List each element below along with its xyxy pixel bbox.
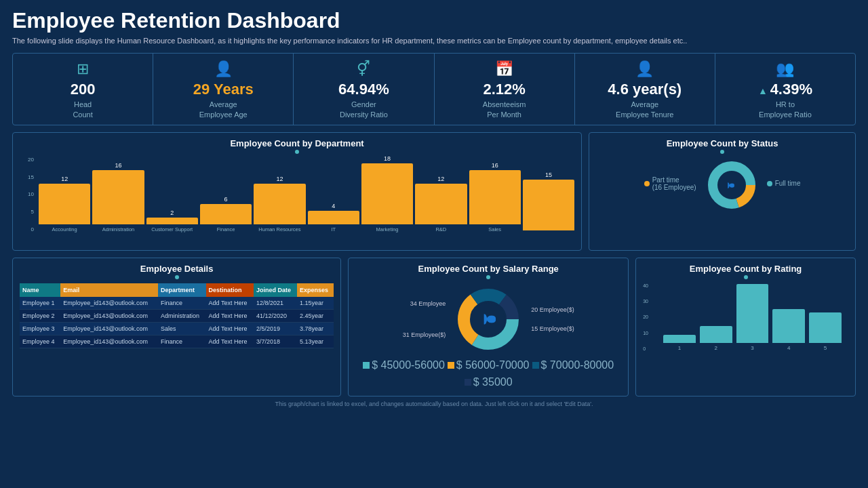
avg-age-label: AverageEmployee Age	[199, 100, 248, 119]
gender-value: 64.94%	[338, 81, 389, 98]
rating-col-4: 5	[809, 312, 842, 351]
employee-details-panel: Employee Details Name Email Department D…	[12, 258, 341, 396]
tenure-icon: 👤	[635, 60, 654, 78]
th-dept: Department	[158, 283, 206, 297]
tenure-label: AverageEmployee Tenure	[616, 100, 673, 119]
bar-col-0: 12Accounting	[39, 176, 90, 232]
leg-45k	[363, 362, 370, 369]
part-time-dot	[644, 181, 650, 186]
head-count-value: 200	[71, 81, 96, 98]
dept-y-axis: 20 15 10 5 0	[20, 157, 36, 232]
th-email: Email	[60, 283, 158, 297]
avg-age-icon: 👤	[214, 60, 233, 78]
salary-wrap: 34 Employee 31 Employee($) 👤 20 Employee…	[355, 282, 621, 357]
salary-donut-svg: 👤	[451, 282, 526, 357]
kpi-tenure: 👤 4.6 year(s) AverageEmployee Tenure	[575, 54, 715, 125]
gender-label: GenderDiversity Ratio	[340, 100, 388, 119]
bar-col-9: 15	[523, 171, 574, 232]
avg-age-value: 29 Years	[193, 81, 254, 98]
bar-col-2: 2Customer Support	[146, 209, 198, 232]
full-time-label: Full time	[775, 180, 801, 187]
part-time-label: Part time(16 Employee)	[652, 176, 696, 191]
th-date: Joined Date	[254, 283, 297, 297]
rating-chart-area: 40 30 20 10 0 12345	[643, 283, 848, 351]
rating-col-0: 1	[663, 335, 696, 351]
salary-right-labels: 20 Employee($) 15 Employee($)	[531, 306, 574, 332]
kpi-row: ⊞ 200 HeadCount 👤 29 Years AverageEmploy…	[12, 53, 856, 125]
details-dot	[175, 275, 179, 279]
details-title: Employee Details	[20, 264, 334, 274]
salary-dot	[486, 275, 490, 279]
rating-y-axis: 40 30 20 10 0	[643, 283, 648, 351]
status-chart-title: Employee Count by Status	[596, 138, 848, 148]
salary-title: Employee Count by Salary Range	[355, 264, 621, 274]
leg-70k	[532, 362, 539, 369]
leg-56k	[448, 362, 454, 369]
salary-label-34: 34 Employee	[403, 300, 446, 307]
table-row: Employee 4Employee_id143@outlook.comFina…	[20, 335, 334, 348]
absenteeism-icon: 📅	[495, 60, 513, 78]
table-row: Employee 1Employee_id143@outlook.comFina…	[20, 297, 334, 310]
middle-charts-row: Employee Count by Department 20 15 10 5 …	[12, 132, 856, 251]
salary-panel: Employee Count by Salary Range 34 Employ…	[348, 258, 629, 396]
table-row: Employee 3Employee_id143@outlook.comSale…	[20, 322, 334, 335]
dept-chart-dot	[295, 150, 299, 154]
kpi-absenteeism: 📅 2.12% AbsenteeismPer Month	[435, 54, 575, 125]
th-exp: Expenses	[297, 283, 334, 297]
footer-note: This graph/chart is linked to excel, and…	[12, 401, 856, 407]
status-legend-left: Part time(16 Employee)	[644, 176, 696, 194]
salary-label-31: 31 Employee($)	[403, 331, 446, 338]
th-name: Name	[20, 283, 60, 297]
salary-left-labels: 34 Employee 31 Employee($)	[403, 300, 446, 338]
svg-text:👤: 👤	[484, 312, 496, 326]
hr-ratio-label: HR toEmployee Ratio	[759, 100, 812, 119]
rating-col-2: 3	[736, 284, 769, 351]
subtitle-text: The following slide displays the Human R…	[12, 36, 856, 46]
rating-col-3: 4	[772, 309, 805, 351]
salary-label-15: 15 Employee($)	[531, 325, 574, 332]
employee-table: Name Email Department Destination Joined…	[20, 283, 334, 348]
head-count-label: HeadCount	[73, 100, 92, 119]
kpi-avg-age: 👤 29 Years AverageEmployee Age	[153, 54, 294, 125]
kpi-head-count: ⊞ 200 HeadCount	[13, 54, 153, 125]
status-donut-wrap: Part time(16 Employee) 👤 Full time	[596, 158, 848, 212]
status-chart-dot	[720, 150, 724, 154]
status-donut-panel: Employee Count by Status Part time(16 Em…	[589, 132, 856, 251]
salary-legend: $ 45000-56000 $ 56000-70000 $ 70000-8000…	[355, 359, 621, 390]
tenure-value: 4.6 year(s)	[608, 81, 682, 98]
employee-tbody: Employee 1Employee_id143@outlook.comFina…	[20, 297, 334, 348]
rating-dot	[744, 275, 748, 279]
dept-chart-title: Employee Count by Department	[20, 138, 574, 148]
th-dest: Destination	[206, 283, 254, 297]
page-title: Employee Retention Dashboard	[12, 8, 856, 33]
full-time-dot	[767, 181, 772, 186]
svg-text:👤: 👤	[727, 181, 735, 189]
bar-col-1: 16Administration	[92, 162, 144, 232]
absenteeism-value: 2.12%	[483, 81, 525, 98]
head-count-icon: ⊞	[77, 60, 89, 78]
bar-col-6: 18Marketing	[361, 155, 413, 232]
bar-col-4: 12Human Resources	[254, 176, 305, 232]
leg-35k	[465, 379, 471, 386]
dept-bar-chart-panel: Employee Count by Department 20 15 10 5 …	[12, 132, 582, 251]
bar-col-5: 4IT	[308, 203, 359, 232]
table-row: Employee 2Employee_id143@outlook.comAdmi…	[20, 309, 334, 322]
kpi-gender: ⚥ 64.94% GenderDiversity Ratio	[294, 54, 434, 125]
rating-panel: Employee Count by Rating 40 30 20 10 0 1…	[635, 258, 856, 396]
absenteeism-label: AbsenteeismPer Month	[483, 100, 526, 119]
gender-icon: ⚥	[357, 60, 370, 78]
hr-ratio-icon: 👥	[776, 60, 794, 78]
dept-bar-chart-area: 20 15 10 5 0 12Accounting16Administratio…	[20, 157, 574, 245]
kpi-hr-ratio: 👥 4.39% HR toEmployee Ratio	[715, 54, 855, 125]
status-donut-svg: 👤	[705, 158, 759, 212]
status-legend-right: Full time	[767, 180, 801, 190]
bar-col-3: 6Finance	[200, 196, 252, 232]
bar-col-8: 16Sales	[469, 162, 521, 232]
bottom-row: Employee Details Name Email Department D…	[12, 258, 856, 396]
rating-col-1: 2	[700, 326, 732, 351]
bar-col-7: 12R&D	[415, 176, 467, 232]
hr-ratio-value: 4.39%	[758, 81, 812, 98]
rating-title: Employee Count by Rating	[643, 264, 848, 274]
salary-label-20: 20 Employee($)	[531, 306, 574, 313]
